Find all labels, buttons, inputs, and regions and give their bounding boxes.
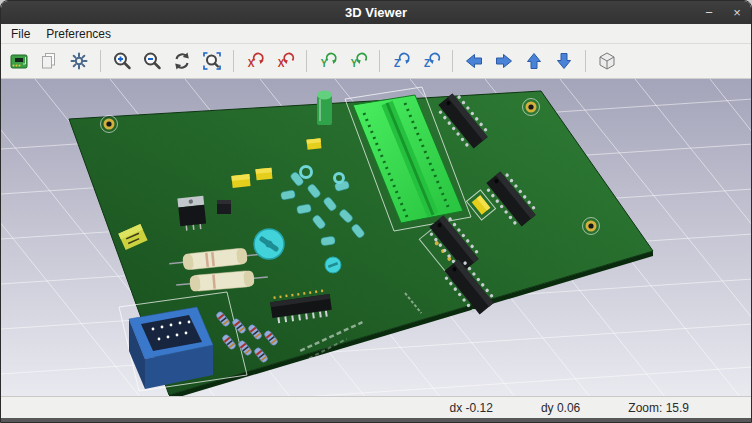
toolbar-separator	[233, 50, 234, 72]
svg-text:Z: Z	[424, 58, 430, 69]
rotate-x-clockwise-button[interactable]: X	[241, 47, 269, 75]
rotate-y-clockwise-button[interactable]: Y	[314, 47, 342, 75]
menu-preferences[interactable]: Preferences	[38, 25, 119, 43]
capacitor-green	[317, 91, 332, 126]
toolbar: X X Y Y	[1, 44, 751, 79]
toolbar-separator	[452, 50, 453, 72]
db-connector	[129, 307, 213, 389]
rotate-y-cw-icon: Y	[317, 50, 339, 72]
viewport	[1, 79, 751, 396]
title-bar[interactable]: 3D Viewer − ×	[1, 1, 751, 24]
pcb-icon	[8, 50, 30, 72]
yellow-capacitor	[231, 174, 250, 188]
toolbar-separator	[379, 50, 380, 72]
rotate-y-ccw-icon: Y	[347, 50, 369, 72]
3d-viewer-window: 3D Viewer − × File Preferences	[0, 0, 752, 423]
copy-icon	[38, 50, 60, 72]
move-right-button[interactable]	[490, 47, 518, 75]
zoom-out-icon	[141, 50, 163, 72]
yellow-capacitor	[307, 138, 322, 149]
menu-bar: File Preferences	[1, 24, 751, 44]
svg-text:Y: Y	[351, 58, 358, 69]
zoom-out-button[interactable]	[138, 47, 166, 75]
toolbar-separator	[585, 50, 586, 72]
arrow-left-icon	[463, 50, 485, 72]
render-options-button[interactable]	[65, 47, 93, 75]
move-up-button[interactable]	[520, 47, 548, 75]
zoom-fit-icon	[201, 50, 223, 72]
zoom-fit-button[interactable]	[198, 47, 226, 75]
status-bar: dx -0.12 dy 0.06 Zoom: 15.9	[1, 396, 751, 418]
window-bottom-edge	[1, 418, 751, 423]
trimmer-capacitor	[254, 229, 284, 259]
zoom-in-button[interactable]	[108, 47, 136, 75]
toolbar-separator	[100, 50, 101, 72]
copy-image-button[interactable]	[35, 47, 63, 75]
window-title: 3D Viewer	[345, 5, 407, 20]
arrow-up-icon	[523, 50, 545, 72]
arrow-down-icon	[553, 50, 575, 72]
minimize-button[interactable]: −	[701, 6, 717, 19]
redraw-button[interactable]	[168, 47, 196, 75]
rotate-x-ccw-icon: X	[274, 50, 296, 72]
menu-file[interactable]: File	[3, 25, 38, 43]
rotate-z-ccw-icon: Z	[420, 50, 442, 72]
rotate-x-cw-icon: X	[244, 50, 266, 72]
yellow-capacitor	[255, 168, 272, 181]
arrow-right-icon	[493, 50, 515, 72]
reload-board-button[interactable]	[5, 47, 33, 75]
refresh-icon	[171, 50, 193, 72]
orthographic-projection-button[interactable]	[593, 47, 621, 75]
move-left-button[interactable]	[460, 47, 488, 75]
trimmer-capacitor	[325, 257, 341, 273]
status-dy: dy 0.06	[541, 401, 580, 415]
3d-scene[interactable]	[1, 79, 752, 396]
rotate-y-counterclockwise-button[interactable]: Y	[344, 47, 372, 75]
rotate-z-clockwise-button[interactable]: Z	[387, 47, 415, 75]
toolbar-separator	[306, 50, 307, 72]
rotate-z-cw-icon: Z	[390, 50, 412, 72]
status-zoom: Zoom: 15.9	[628, 401, 689, 415]
gear-icon	[68, 50, 90, 72]
zoom-in-icon	[111, 50, 133, 72]
close-button[interactable]: ×	[729, 6, 745, 19]
rotate-x-counterclockwise-button[interactable]: X	[271, 47, 299, 75]
move-down-button[interactable]	[550, 47, 578, 75]
svg-text:X: X	[278, 58, 285, 69]
transistor-small	[217, 200, 231, 214]
status-dx: dx -0.12	[450, 401, 493, 415]
rotate-z-counterclockwise-button[interactable]: Z	[417, 47, 445, 75]
cube-icon	[596, 50, 618, 72]
